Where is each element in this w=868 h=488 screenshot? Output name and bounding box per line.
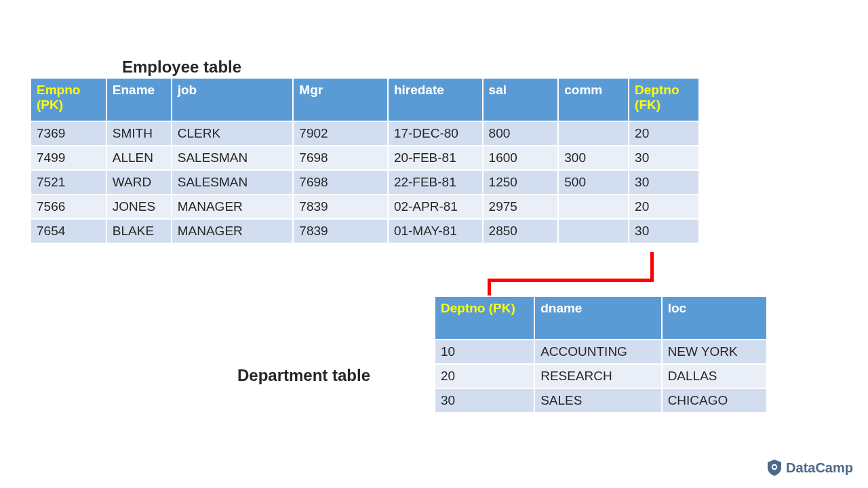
cell: 1250 bbox=[483, 170, 559, 195]
fk-connector-line bbox=[488, 279, 654, 282]
table-row: 7369 SMITH CLERK 7902 17-DEC-80 800 20 bbox=[31, 121, 699, 146]
table-row: 20 RESEARCH DALLAS bbox=[435, 364, 767, 388]
cell: BLAKE bbox=[106, 219, 172, 243]
cell: 500 bbox=[558, 170, 629, 195]
cell: 02-APR-81 bbox=[388, 195, 483, 219]
department-header-dname: dname bbox=[534, 296, 661, 340]
datacamp-logo-text: DataCamp bbox=[786, 460, 853, 476]
cell: 2975 bbox=[483, 195, 559, 219]
cell: 7499 bbox=[31, 146, 106, 170]
employee-header-mgr: Mgr bbox=[293, 78, 388, 121]
table-row: 30 SALES CHICAGO bbox=[435, 388, 767, 413]
cell: 30 bbox=[435, 388, 534, 413]
employee-header-deptno: Deptno (FK) bbox=[629, 78, 699, 121]
employee-header-job: job bbox=[172, 78, 294, 121]
cell: 7521 bbox=[31, 170, 106, 195]
cell: 22-FEB-81 bbox=[388, 170, 483, 195]
cell: WARD bbox=[106, 170, 172, 195]
cell: 7654 bbox=[31, 219, 106, 243]
table-row: 7566 JONES MANAGER 7839 02-APR-81 2975 2… bbox=[31, 195, 699, 219]
department-table-header-row: Deptno (PK) dname loc bbox=[435, 296, 767, 340]
cell: 7839 bbox=[293, 195, 388, 219]
cell bbox=[558, 121, 629, 146]
cell: ACCOUNTING bbox=[534, 340, 661, 364]
cell: NEW YORK bbox=[662, 340, 767, 364]
cell: 17-DEC-80 bbox=[388, 121, 483, 146]
department-table: Deptno (PK) dname loc 10 ACCOUNTING NEW … bbox=[434, 296, 768, 413]
employee-table: Empno (PK) Ename job Mgr hiredate sal co… bbox=[30, 77, 700, 244]
department-header-deptno: Deptno (PK) bbox=[435, 296, 534, 340]
cell bbox=[558, 219, 629, 243]
fk-connector-line bbox=[488, 279, 491, 296]
cell: 7369 bbox=[31, 121, 106, 146]
cell: 20 bbox=[435, 364, 534, 388]
cell: MANAGER bbox=[172, 219, 294, 243]
cell: 800 bbox=[483, 121, 559, 146]
shield-icon bbox=[767, 460, 782, 476]
cell: DALLAS bbox=[662, 364, 767, 388]
svg-point-1 bbox=[773, 466, 776, 468]
cell: 01-MAY-81 bbox=[388, 219, 483, 243]
cell: 30 bbox=[629, 170, 699, 195]
table-row: 10 ACCOUNTING NEW YORK bbox=[435, 340, 767, 364]
cell: 30 bbox=[629, 219, 699, 243]
cell: 300 bbox=[558, 146, 629, 170]
datacamp-logo: DataCamp bbox=[767, 460, 853, 476]
cell: 7698 bbox=[293, 170, 388, 195]
employee-header-sal: sal bbox=[483, 78, 559, 121]
cell: 7698 bbox=[293, 146, 388, 170]
table-row: 7499 ALLEN SALESMAN 7698 20-FEB-81 1600 … bbox=[31, 146, 699, 170]
cell: RESEARCH bbox=[534, 364, 661, 388]
table-row: 7654 BLAKE MANAGER 7839 01-MAY-81 2850 3… bbox=[31, 219, 699, 243]
cell: SALESMAN bbox=[172, 146, 294, 170]
cell: SALESMAN bbox=[172, 170, 294, 195]
employee-header-empno: Empno (PK) bbox=[31, 78, 106, 121]
cell: 2850 bbox=[483, 219, 559, 243]
employee-table-title: Employee table bbox=[122, 58, 241, 77]
employee-header-hiredate: hiredate bbox=[388, 78, 483, 121]
cell: 30 bbox=[629, 146, 699, 170]
cell: SALES bbox=[534, 388, 661, 413]
cell: JONES bbox=[106, 195, 172, 219]
cell: CHICAGO bbox=[662, 388, 767, 413]
department-table-title: Department table bbox=[237, 366, 370, 385]
employee-header-comm: comm bbox=[558, 78, 629, 121]
cell: 7902 bbox=[293, 121, 388, 146]
department-header-loc: loc bbox=[662, 296, 767, 340]
cell: 1600 bbox=[483, 146, 559, 170]
cell: SMITH bbox=[106, 121, 172, 146]
cell: ALLEN bbox=[106, 146, 172, 170]
cell: 7566 bbox=[31, 195, 106, 219]
employee-header-ename: Ename bbox=[106, 78, 172, 121]
cell: 7839 bbox=[293, 219, 388, 243]
cell: 10 bbox=[435, 340, 534, 364]
cell: 20-FEB-81 bbox=[388, 146, 483, 170]
cell: CLERK bbox=[172, 121, 294, 146]
table-row: 7521 WARD SALESMAN 7698 22-FEB-81 1250 5… bbox=[31, 170, 699, 195]
fk-connector-line bbox=[650, 252, 654, 282]
cell: 20 bbox=[629, 121, 699, 146]
employee-table-header-row: Empno (PK) Ename job Mgr hiredate sal co… bbox=[31, 78, 699, 121]
cell bbox=[558, 195, 629, 219]
cell: 20 bbox=[629, 195, 699, 219]
cell: MANAGER bbox=[172, 195, 294, 219]
